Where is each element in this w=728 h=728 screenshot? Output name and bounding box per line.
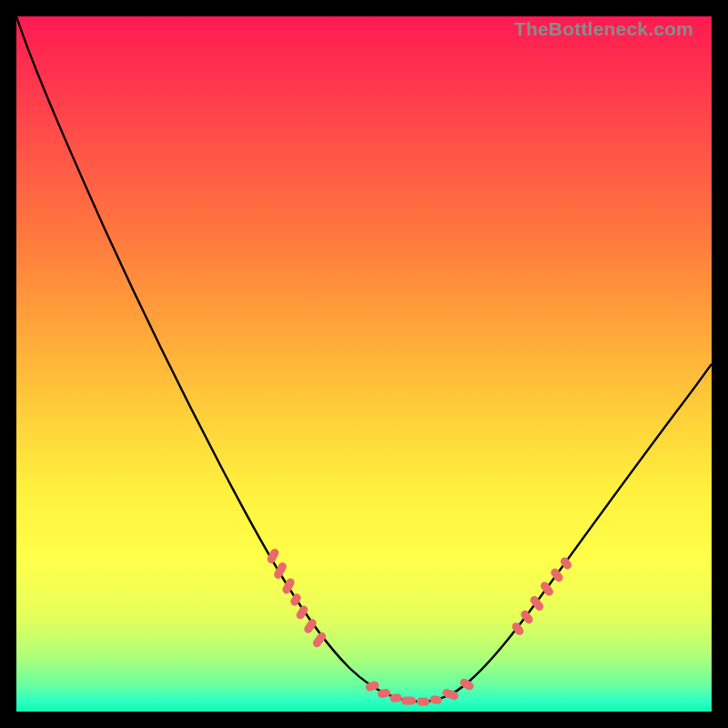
bottleneck-curve bbox=[16, 16, 712, 702]
chart-frame: TheBottleneck.com bbox=[0, 0, 728, 728]
curve-marker bbox=[417, 697, 430, 705]
plot-area: TheBottleneck.com bbox=[16, 16, 712, 712]
curve-marker bbox=[401, 696, 416, 705]
curve-layer bbox=[16, 16, 712, 712]
